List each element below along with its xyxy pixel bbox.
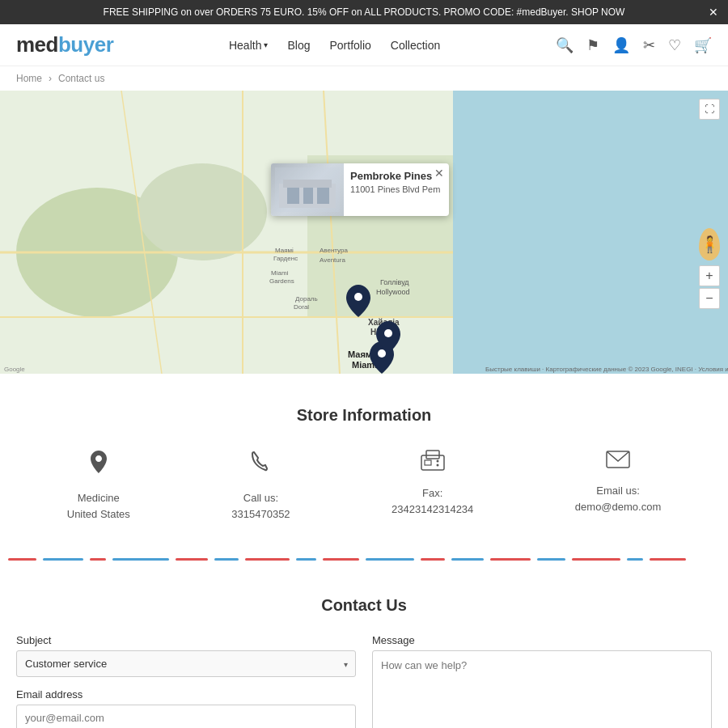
map-pegman[interactable]: 🧍: [699, 228, 720, 260]
user-icon[interactable]: 👤: [612, 36, 630, 54]
svg-text:Miami: Miami: [271, 269, 289, 277]
popup-image: [271, 163, 344, 216]
svg-rect-43: [425, 460, 431, 465]
pegman-icon: 🧍: [699, 228, 720, 260]
dash-pattern: [8, 558, 720, 561]
map-popup: ✕ Pembroke Pines 11001 Pines Blvd Pem: [271, 163, 449, 216]
header: medbuyer Health ▾ Blog Portfolio Collect…: [0, 24, 728, 66]
store-info-email: Email us: demo@demo.com: [575, 449, 661, 514]
message-group: Message: [372, 634, 712, 728]
store-info-grid: Medicine United States Call us: 33154703…: [16, 449, 712, 522]
fax-icon: [420, 449, 446, 477]
map-container[interactable]: Помпано-Бич Pompano Beach Голлівуд Holly…: [0, 91, 728, 374]
svg-point-3: [138, 163, 267, 260]
svg-text:Авентура: Авентура: [320, 247, 348, 254]
svg-point-45: [436, 464, 438, 467]
svg-text:Дораль: Дораль: [295, 295, 318, 303]
svg-point-28: [354, 293, 362, 301]
email-input[interactable]: [16, 705, 356, 728]
email-group: Email address: [16, 688, 356, 728]
announcement-text: FREE SHIPPING on over ORDERS 75 EURO. 15…: [104, 6, 625, 18]
phone-icon: [249, 449, 272, 482]
svg-text:Google: Google: [4, 366, 25, 373]
map-svg: Помпано-Бич Pompano Beach Голлівуд Holly…: [0, 91, 728, 374]
popup-address: 11001 Pines Blvd Pem: [350, 184, 442, 194]
search-icon[interactable]: 🔍: [556, 36, 574, 54]
logo-buyer: buyer: [58, 32, 113, 57]
contact-section: Contact Us Subject Customer service Tech…: [0, 572, 728, 728]
svg-rect-40: [275, 167, 340, 212]
store-fax-text: Fax: 23423142314234: [392, 485, 473, 517]
dash-divider: [0, 554, 728, 564]
store-info-section: Store Information Medicine United States…: [0, 374, 728, 546]
store-phone-text: Call us: 3315470352: [231, 490, 290, 522]
wishlist-icon[interactable]: ♡: [668, 36, 681, 54]
scissors-icon[interactable]: ✂: [643, 36, 655, 54]
store-info-location: Medicine United States: [67, 449, 130, 522]
svg-text:Гарденс: Гарденс: [273, 255, 298, 262]
svg-text:Doral: Doral: [294, 303, 309, 311]
nav-portfolio[interactable]: Portfolio: [329, 39, 370, 52]
email-label: Email address: [16, 688, 356, 700]
map-zoom-in[interactable]: +: [699, 265, 720, 286]
announcement-bar: FREE SHIPPING on over ORDERS 75 EURO. 15…: [0, 0, 728, 24]
nav-collection[interactable]: Collection: [391, 39, 440, 52]
header-icons: 🔍 ⚑ 👤 ✂ ♡ 🛒: [556, 36, 712, 54]
svg-text:Голлівуд: Голлівуд: [380, 278, 409, 286]
map-fullscreen-btn[interactable]: ⛶: [699, 99, 720, 120]
logo[interactable]: medbuyer: [16, 32, 113, 57]
contact-title: Contact Us: [16, 596, 712, 615]
breadcrumb: Home › Contact us: [0, 66, 728, 91]
store-info-phone: Call us: 3315470352: [231, 449, 290, 522]
subject-select-wrapper: Customer service Technical support Billi…: [16, 650, 356, 677]
flag-icon[interactable]: ⚑: [586, 36, 599, 54]
map-zoom-controls: + −: [699, 265, 720, 309]
svg-rect-42: [426, 451, 439, 459]
svg-text:Маямі: Маямі: [275, 247, 294, 254]
contact-left-column: Subject Customer service Technical suppo…: [16, 634, 356, 728]
store-info-title: Store Information: [16, 406, 712, 425]
store-email-text: Email us: demo@demo.com: [575, 483, 661, 514]
subject-label: Subject: [16, 634, 356, 646]
svg-point-44: [436, 460, 438, 463]
store-location-text: Medicine United States: [67, 490, 130, 522]
contact-right-column: Message: [372, 634, 712, 728]
chevron-down-icon: ▾: [264, 40, 268, 49]
breadcrumb-home[interactable]: Home: [16, 73, 42, 84]
location-icon: [87, 449, 110, 482]
breadcrumb-separator: ›: [49, 73, 52, 84]
message-textarea[interactable]: [372, 650, 712, 728]
breadcrumb-current: Contact us: [58, 73, 104, 84]
subject-group: Subject Customer service Technical suppo…: [16, 634, 356, 677]
svg-point-32: [384, 329, 392, 337]
svg-point-30: [378, 349, 386, 358]
logo-med: med: [16, 32, 58, 57]
map-zoom-out[interactable]: −: [699, 288, 720, 309]
svg-text:Gardens: Gardens: [269, 277, 294, 285]
cart-icon[interactable]: 🛒: [694, 36, 712, 54]
popup-close-icon[interactable]: ✕: [434, 167, 444, 180]
store-info-fax: Fax: 23423142314234: [392, 449, 473, 517]
contact-form: Subject Customer service Technical suppo…: [16, 634, 712, 728]
close-icon[interactable]: ✕: [709, 6, 718, 19]
svg-text:Hollywood: Hollywood: [376, 288, 410, 296]
subject-select[interactable]: Customer service Technical support Billi…: [16, 650, 356, 677]
svg-text:Aventura: Aventura: [320, 256, 345, 264]
main-nav: Health ▾ Blog Portfolio Collection: [229, 39, 440, 52]
svg-text:Быстрые клавиши · Картографиче: Быстрые клавиши · Картографические данны…: [485, 366, 728, 373]
email-icon: [605, 449, 631, 475]
popup-title: Pembroke Pines: [350, 170, 442, 182]
nav-health[interactable]: Health ▾: [229, 39, 268, 52]
message-label: Message: [372, 634, 712, 646]
nav-blog[interactable]: Blog: [287, 39, 310, 52]
